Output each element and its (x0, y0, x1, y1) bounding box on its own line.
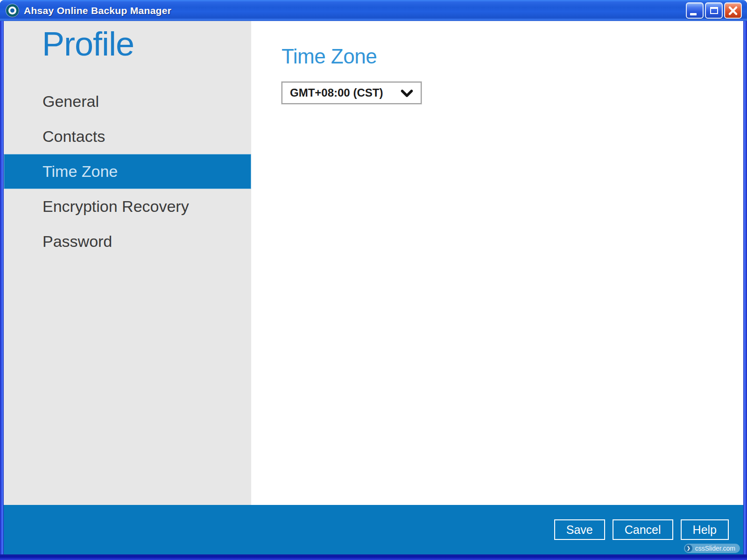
page-title: Profile (42, 27, 134, 62)
main-row: Profile General Contacts Time Zone Encry… (4, 21, 743, 505)
window-frame-left (0, 21, 4, 560)
window-title: Ahsay Online Backup Manager (24, 5, 171, 16)
app-window: Ahsay Online Backup Manager Profile (0, 0, 747, 560)
sidebar-item-password[interactable]: Password (4, 224, 251, 259)
timezone-dropdown-value: GMT+08:00 (CST) (290, 86, 383, 99)
minimize-button[interactable] (686, 2, 704, 19)
sidebar: Profile General Contacts Time Zone Encry… (4, 21, 251, 505)
close-button[interactable] (724, 2, 742, 19)
timezone-dropdown[interactable]: GMT+08:00 (CST) (282, 82, 422, 104)
window-controls (686, 2, 742, 19)
sidebar-nav: General Contacts Time Zone Encryption Re… (4, 84, 251, 259)
maximize-icon (710, 7, 718, 14)
footer-bar: Save Cancel Help ❯ cssSlider.com (4, 505, 743, 554)
titlebar: Ahsay Online Backup Manager (0, 0, 747, 21)
window-body: Profile General Contacts Time Zone Encry… (4, 21, 743, 554)
window-frame-right (743, 21, 747, 560)
watermark-label: cssSlider.com (695, 545, 735, 552)
close-icon (728, 6, 738, 16)
cancel-button[interactable]: Cancel (613, 519, 673, 540)
app-logo-icon (6, 4, 19, 17)
section-heading: Time Zone (282, 46, 743, 67)
window-frame-bottom (0, 554, 747, 560)
save-button[interactable]: Save (554, 519, 605, 540)
help-button[interactable]: Help (681, 519, 729, 540)
cssslider-watermark[interactable]: ❯ cssSlider.com (684, 544, 740, 553)
chevron-right-icon: ❯ (685, 545, 692, 552)
sidebar-item-time-zone[interactable]: Time Zone (4, 154, 251, 189)
sidebar-item-general[interactable]: General (4, 84, 251, 119)
content-panel: Time Zone GMT+08:00 (CST) (251, 21, 743, 505)
sidebar-item-contacts[interactable]: Contacts (4, 119, 251, 154)
minimize-icon (690, 13, 697, 15)
footer-buttons: Save Cancel Help (554, 519, 729, 540)
maximize-button[interactable] (705, 2, 723, 19)
sidebar-item-encryption-recovery[interactable]: Encryption Recovery (4, 189, 251, 224)
chevron-down-icon (401, 90, 413, 98)
